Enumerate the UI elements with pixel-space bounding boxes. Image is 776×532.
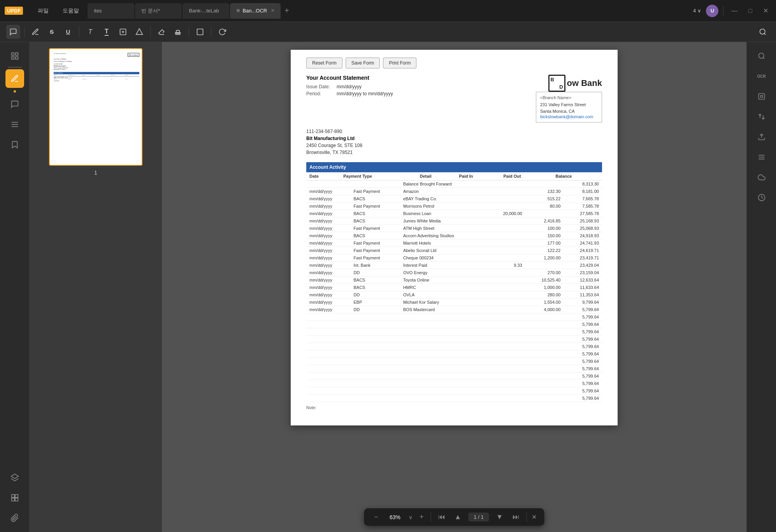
stamp-tool-btn[interactable] (171, 25, 185, 39)
first-page-button[interactable]: ⏮ (436, 511, 448, 523)
cell-balance: 5,799.64 (564, 387, 602, 395)
toolbar-sep3 (150, 26, 151, 37)
menu-help[interactable]: 도움말 (57, 6, 84, 16)
tab-blank[interactable]: 빈 문서* (135, 3, 182, 19)
tab-bank-ocr-label: Ban...OCR (242, 8, 267, 14)
reset-form-button[interactable]: Reset Form (306, 58, 342, 68)
tab-notes[interactable]: ites (88, 3, 134, 19)
right-sidebar-upload[interactable] (752, 128, 771, 146)
right-sidebar-ocr[interactable]: OCR (752, 67, 771, 86)
next-page-button[interactable]: ▼ (494, 511, 506, 523)
cell-date (306, 343, 350, 350)
maximize-button[interactable]: □ (745, 6, 755, 16)
main-layout: Your Account Statement BD ow Bank Issue … (0, 42, 776, 532)
sidebar-icon-grid[interactable] (5, 488, 24, 507)
sidebar-icon-list[interactable] (5, 115, 24, 134)
strikethrough-tool-btn[interactable]: S (45, 25, 59, 39)
right-sidebar-search[interactable] (752, 47, 771, 65)
cell-date (306, 373, 350, 380)
cell-balance: 12,633.64 (564, 276, 602, 284)
cell-paid-in (487, 321, 525, 328)
branch-email: bickslowbank@domain.com (540, 114, 598, 119)
document-area[interactable]: Reset Form Save Form Print Form Your Acc… (162, 42, 746, 532)
logo-area: UPDF (5, 7, 23, 15)
right-sidebar-cloud[interactable] (752, 168, 771, 187)
svg-rect-3 (176, 30, 179, 32)
sidebar-icon-comment[interactable] (5, 95, 24, 114)
cell-paid-out: 515.22 (525, 195, 564, 203)
underline-icon: U (66, 28, 70, 35)
close-bottom-bar-button[interactable]: ✕ (532, 513, 537, 521)
sidebar-icon-bookmark[interactable] (5, 135, 24, 154)
sidebar-icon-attach[interactable] (5, 509, 24, 527)
cell-balance: 23,419.71 (564, 254, 602, 262)
eraser-tool-btn[interactable] (154, 25, 169, 39)
textbox-tool-btn[interactable] (116, 25, 130, 39)
nav-sep2 (527, 513, 527, 522)
prev-page-button[interactable]: ▲ (452, 511, 464, 523)
tab-add-button[interactable]: + (281, 6, 292, 15)
print-form-button[interactable]: Print Form (383, 58, 416, 68)
app-logo: UPDF (5, 7, 23, 15)
cell-paid-out: 2,416.85 (525, 217, 564, 225)
cell-paid-out (525, 358, 564, 365)
thumbnail-wrapper[interactable]: Your Account Statement BD ow Bank Issue … (49, 48, 142, 166)
cell-detail: Accorn Advertising Studios (400, 232, 487, 240)
thumbnail-page-number: 1 (94, 170, 97, 176)
cell-detail: OVLA (400, 291, 487, 299)
comment-tool-btn[interactable] (6, 25, 20, 39)
cell-paid-out: 122.22 (525, 247, 564, 254)
section-title-cell: Account Activity (306, 162, 602, 172)
cell-paid-out: 177.00 (525, 240, 564, 247)
search-toolbar-btn[interactable] (756, 25, 770, 39)
table-row: 5,799.64 (306, 343, 602, 350)
last-page-button[interactable]: ⏭ (510, 511, 522, 523)
left-sidebar (0, 42, 30, 532)
save-form-button[interactable]: Save Form (346, 58, 380, 68)
sender-company: Bit Manufacturing Ltd (306, 136, 602, 141)
right-sidebar-history[interactable] (752, 188, 771, 207)
cell-type: BACS (350, 232, 400, 240)
strikethrough-icon: S (50, 28, 54, 35)
cell-paid-in (487, 195, 525, 203)
toolbar-sep4 (189, 26, 189, 37)
font-tool-btn[interactable]: T (83, 25, 97, 39)
rotate-tool-btn[interactable] (215, 25, 229, 39)
cell-paid-out: 100.00 (525, 225, 564, 232)
chevron-down-icon[interactable]: ∨ (697, 8, 701, 14)
right-sidebar-convert[interactable] (752, 107, 771, 126)
cell-paid-out: 270.00 (525, 269, 564, 276)
cell-detail: ATM High Street (400, 225, 487, 232)
right-sidebar-scan[interactable] (752, 87, 771, 106)
shape-tool-btn[interactable] (132, 25, 146, 39)
sidebar-icon-layers[interactable] (5, 468, 24, 487)
cell-balance: 8,313.30 (564, 180, 602, 188)
rect-tool-btn[interactable] (193, 25, 207, 39)
tab-bank-ocr[interactable]: ⚙ Ban...OCR ✕ (230, 3, 281, 19)
user-avatar[interactable]: U (706, 5, 718, 17)
sidebar-icon-highlight[interactable] (5, 69, 24, 88)
highlight-tool-btn[interactable] (28, 25, 42, 39)
sidebar-icon-pages[interactable] (5, 47, 24, 65)
toolbar-sep5 (211, 26, 211, 37)
cell-paid-out (525, 328, 564, 336)
cell-paid-out (525, 380, 564, 387)
tab-bank-ocr-close[interactable]: ✕ (271, 8, 274, 13)
zoom-out-button[interactable]: − (372, 511, 381, 523)
cell-type: Fast Payment (350, 240, 400, 247)
cell-date (306, 328, 350, 336)
toolbar: S U T T (0, 22, 776, 42)
cell-type: BACS (350, 284, 400, 291)
minimize-button[interactable]: — (728, 6, 741, 16)
close-button[interactable]: ✕ (760, 5, 771, 16)
tab-bank-lab[interactable]: Bank-...teLab (183, 3, 229, 19)
text-tool-btn[interactable]: T (100, 25, 114, 39)
right-sidebar-organize[interactable] (752, 148, 771, 166)
zoom-dropdown-icon[interactable]: ∨ (409, 514, 413, 520)
table-row: 5,799.64 (306, 321, 602, 328)
menu-file[interactable]: 파일 (32, 6, 54, 16)
zoom-control: 63% ∨ (385, 514, 413, 520)
table-row: mm/dd/yyyy Int. Bank Interest Paid 9.33 … (306, 262, 602, 269)
zoom-in-button[interactable]: + (417, 511, 426, 523)
underline-tool-btn[interactable]: U (61, 25, 75, 39)
